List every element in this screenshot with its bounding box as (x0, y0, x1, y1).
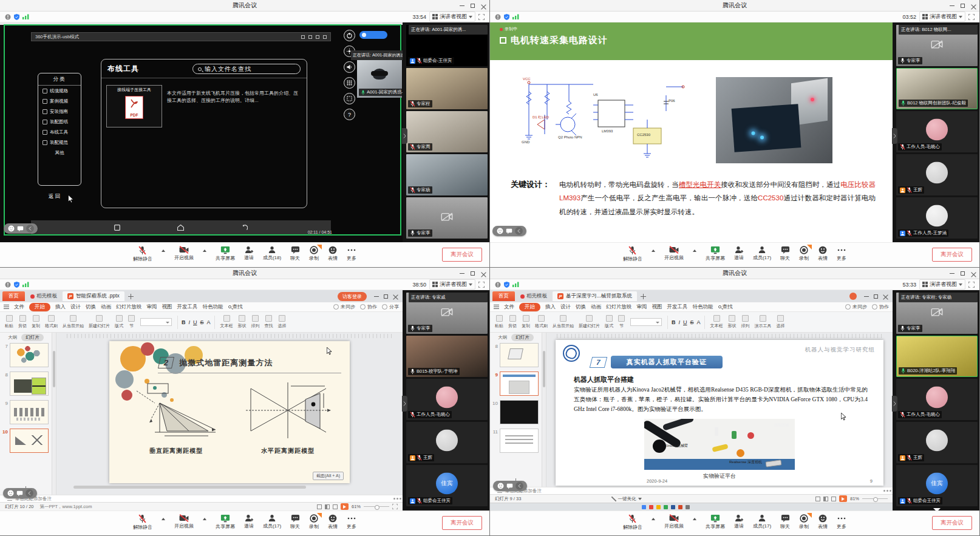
more-button[interactable]: 更多 (837, 246, 846, 262)
menu-item-视图[interactable]: 视图 (162, 303, 172, 311)
members-button[interactable]: 成员(17) (753, 246, 771, 261)
fullscreen-icon[interactable] (478, 14, 485, 20)
ribbon-item-排列[interactable]: 排列 (741, 315, 750, 329)
ribbon-item-文本框[interactable]: 文本框 (220, 315, 233, 329)
menu-item-特色功能[interactable]: 特色功能 (203, 303, 223, 311)
floating-video-tile[interactable]: A001-回家的诱惑-孔繁殿 (357, 60, 402, 98)
new-tab-icon[interactable] (641, 294, 646, 299)
font-select[interactable] (140, 318, 172, 326)
menu-item-分享[interactable]: 分享 (382, 304, 399, 310)
leave-meeting-button[interactable]: 离开会议 (442, 516, 482, 530)
format-button-I[interactable]: I (189, 319, 191, 325)
screenshot-button[interactable]: 截图(Alt + A) (313, 472, 344, 480)
slide-thumbnail[interactable]: 10 (491, 400, 539, 424)
menu-item-审阅[interactable]: 审阅 (147, 303, 157, 311)
new-tab-icon[interactable] (128, 294, 134, 299)
menu-item-幻灯片放映[interactable]: 幻灯片放映 (606, 303, 632, 311)
chat-button[interactable]: 聊天 (780, 246, 790, 262)
slideshow-play-button[interactable] (839, 495, 847, 502)
menu-item-开始[interactable]: 开始 (29, 303, 50, 311)
camera-button[interactable]: 开启视频 (174, 246, 194, 261)
ribbon-item-格式刷[interactable]: 格式刷 (535, 315, 548, 329)
caret-up-icon[interactable] (162, 249, 165, 252)
participant-tile[interactable]: 王辉 (896, 154, 978, 195)
ribbon-item-从当前开始[interactable]: 从当前开始 (553, 315, 574, 329)
participant-tile[interactable]: 专家李 (406, 197, 488, 239)
sidebar-item-案例视频[interactable]: 案例视频 (38, 96, 81, 106)
emoji-button[interactable]: 表情 (328, 514, 338, 530)
menu-item-动画[interactable]: 动画 (591, 303, 601, 311)
format-button-B[interactable]: B (672, 319, 676, 325)
participant-tile[interactable]: 佳宾组委会王佳宾 (406, 465, 488, 506)
fit-icon[interactable] (392, 504, 398, 509)
ribbon-item-复制[interactable]: 复制 (32, 315, 40, 329)
font-select[interactable] (630, 318, 662, 326)
vertical-scrollbar[interactable] (52, 333, 56, 495)
participant-tile[interactable]: 专家程 (406, 68, 488, 109)
view-mode-select[interactable]: 演讲者视图 (429, 279, 475, 290)
leave-meeting-button[interactable]: 离开会议 (442, 248, 482, 262)
fullscreen-icon[interactable] (968, 282, 975, 288)
view-read-icon[interactable] (333, 504, 338, 509)
record-button[interactable]: 录制 (309, 514, 319, 530)
menu-item-幻灯片放映[interactable]: 幻灯片放映 (116, 303, 142, 311)
sidebar-item-安装指南[interactable]: 安装指南 (38, 106, 81, 117)
format-button-S[interactable]: S (200, 319, 204, 325)
caret-up-icon[interactable] (652, 518, 655, 520)
reaction-pill[interactable] (4, 223, 38, 234)
view-mode-select[interactable]: 演讲者视图 (919, 279, 965, 290)
window-controls[interactable] (460, 268, 486, 279)
floating-circle-toolbar[interactable]: ? (344, 30, 355, 120)
tab-document[interactable]: P智能探霾系统 .pptx (63, 291, 124, 301)
zoom-slider[interactable] (364, 506, 389, 507)
panel-collapse-handle[interactable] (892, 128, 897, 144)
guest-login-button[interactable]: 访客登录 (338, 292, 367, 301)
menu-item-视图[interactable]: 视图 (652, 303, 662, 311)
chat-button[interactable]: 聊天 (290, 514, 300, 530)
fullscreen-icon[interactable] (968, 14, 975, 20)
menu-item-设计[interactable]: 设计 (560, 303, 571, 311)
reaction-pill[interactable] (493, 481, 527, 491)
participant-tile[interactable]: 工作人员-毛晓心 (896, 379, 978, 420)
emoji-button[interactable]: 表情 (818, 514, 828, 530)
caret-up-icon[interactable] (652, 249, 655, 252)
menu-item-特色功能[interactable]: 特色功能 (693, 303, 713, 311)
menu-file[interactable]: 文件 (504, 304, 514, 311)
camera-button[interactable]: 开启视频 (664, 246, 684, 261)
tab-home[interactable]: 首页 (492, 291, 515, 301)
ribbon-item-排列[interactable]: 排列 (251, 315, 260, 329)
slide-thumbnail[interactable]: 10 (1, 429, 49, 453)
view-read-icon[interactable] (831, 497, 836, 501)
menu-item-设计[interactable]: 设计 (70, 303, 81, 311)
participant-tile[interactable]: 专家周 (406, 111, 488, 152)
chat-button[interactable]: 聊天 (780, 514, 790, 530)
caret-up-icon[interactable] (203, 518, 206, 520)
notes-bar[interactable]: 单击此处添加备注 (490, 487, 893, 494)
inner-window-titlebar[interactable]: 360手机演示-usb模式 (31, 32, 331, 41)
ribbon-item-复制[interactable]: 复制 (522, 315, 530, 329)
format-button-B[interactable]: B (182, 319, 186, 325)
back-button[interactable]: 返回 (49, 193, 61, 200)
vertical-scrollbar[interactable] (542, 333, 546, 487)
slide-thumbnail[interactable]: 9 (491, 371, 539, 396)
notes-bar[interactable]: 单击此处添加备注 (0, 495, 403, 502)
menu-item-未同步[interactable]: 未同步 (333, 304, 355, 310)
wps-window-controls[interactable] (374, 294, 398, 299)
participant-tile[interactable]: 专家杨 (406, 154, 488, 195)
ribbon-item-版式[interactable]: 版式 (115, 315, 123, 329)
window-controls[interactable] (950, 0, 976, 12)
reaction-pill[interactable] (3, 488, 37, 498)
caret-up-icon[interactable] (203, 249, 206, 252)
leave-meeting-button[interactable]: 离开会议 (932, 516, 972, 530)
slide-thumbnail[interactable]: 8 (491, 343, 539, 367)
ribbon-item-形状[interactable]: 形状 (728, 315, 737, 329)
sidebar-item-布线工具[interactable]: 布线工具 (38, 127, 81, 137)
invite-button[interactable]: 邀请 (734, 514, 744, 529)
horizontal-scrollbar[interactable] (63, 485, 395, 489)
record-button[interactable]: 录制 (799, 514, 809, 530)
invite-button[interactable]: 邀请 (734, 246, 744, 261)
format-button-U[interactable]: U (193, 319, 197, 325)
more-button[interactable]: 更多 (837, 514, 846, 530)
ribbon-item-形状[interactable]: 形状 (238, 315, 247, 329)
account-avatar[interactable] (849, 293, 857, 300)
